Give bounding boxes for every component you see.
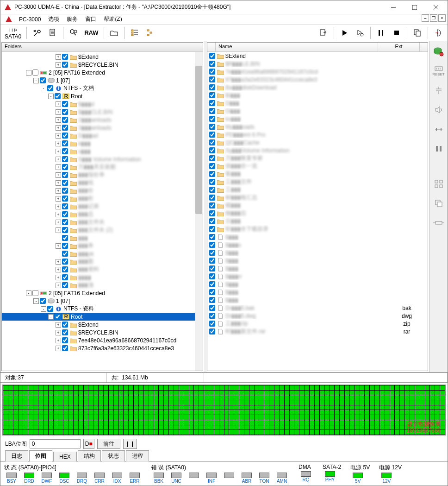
tree-checkbox[interactable] xyxy=(62,266,68,272)
tree-row[interactable]: +873c7f6a3a2e63323c460441cceca8e3 xyxy=(2,344,203,352)
list-checkbox[interactable] xyxy=(209,195,215,201)
tree-toggle[interactable]: + xyxy=(56,283,61,288)
play-button[interactable] xyxy=(337,26,352,40)
tree-row[interactable]: ▮▮▮pk xyxy=(2,250,203,258)
resistor-icon[interactable] xyxy=(432,216,445,229)
tab-状态[interactable]: 状态 xyxy=(102,450,125,461)
lba-input[interactable] xyxy=(30,439,81,448)
tree-checkbox[interactable] xyxy=(62,188,68,194)
tree-checkbox[interactable] xyxy=(40,77,46,83)
tree-checkbox[interactable] xyxy=(62,235,68,241)
list-item[interactable]: Ba▮▮▮diskDownload xyxy=(207,83,428,91)
list-checkbox[interactable] xyxy=(209,187,215,193)
tree-toggle[interactable]: + xyxy=(56,133,61,139)
list-item[interactable]: PD▮▮▮ent 6 Pro xyxy=(207,131,428,139)
list-item[interactable]: $R▮▮▮LE.BIN xyxy=(207,60,428,68)
list-checkbox[interactable] xyxy=(209,139,215,145)
list-checkbox[interactable] xyxy=(209,321,215,327)
mdi-restore-button[interactable]: ❐ xyxy=(430,14,437,22)
tree-toggle[interactable]: - xyxy=(33,78,39,83)
tree-row[interactable]: +▮▮▮单 xyxy=(2,242,203,250)
tree-checkbox[interactable] xyxy=(62,54,68,60)
list-item[interactable]: $▮▮▮s xyxy=(207,241,428,249)
tree-row[interactable]: -iNTFS - 文档 xyxy=(2,84,203,92)
tree-checkbox[interactable] xyxy=(62,337,68,343)
tree-row[interactable]: -1 [07] xyxy=(2,76,203,84)
tree-toggle[interactable]: + xyxy=(56,204,61,209)
list-item[interactable]: 百▮▮▮ xyxy=(207,217,428,225)
list-checkbox[interactable] xyxy=(209,84,215,90)
tree-checkbox[interactable] xyxy=(62,117,68,123)
tree-row[interactable]: +▮▮▮文件夹 xyxy=(2,218,203,226)
tree-toggle[interactable]: + xyxy=(56,172,61,178)
list-checkbox[interactable] xyxy=(209,202,215,208)
list-expand-button[interactable] xyxy=(143,26,158,40)
tab-日志[interactable]: 日志 xyxy=(5,450,28,461)
list-checkbox[interactable] xyxy=(209,124,215,130)
sidebar-pause-icon[interactable] xyxy=(432,142,445,155)
tree-toggle[interactable]: + xyxy=(56,196,61,202)
exit-button[interactable] xyxy=(431,26,446,40)
tree-toggle[interactable]: + xyxy=(56,149,61,154)
tab-HEX[interactable]: HEX xyxy=(53,452,77,461)
tree-checkbox[interactable] xyxy=(62,164,68,170)
list-item[interactable]: Di▮▮▮ xyxy=(207,107,428,115)
document-button[interactable] xyxy=(45,26,60,40)
list-checkbox[interactable] xyxy=(209,258,215,264)
list-item[interactable]: 材▮▮▮格汇总 xyxy=(207,194,428,202)
list-checkbox[interactable] xyxy=(209,242,215,248)
list-item[interactable]: $▮▮▮rr xyxy=(207,272,428,280)
list-checkbox[interactable] xyxy=(209,305,215,311)
tree-row[interactable]: -iNTFS - 资料 xyxy=(2,305,203,313)
tree-toggle[interactable]: + xyxy=(56,259,61,265)
list-checkbox[interactable] xyxy=(209,281,215,287)
tree-checkbox[interactable] xyxy=(47,306,53,312)
list-item[interactable]: Dr▮▮▮5.bakbak xyxy=(207,304,428,312)
tree-row[interactable]: +▮▮▮报价单 xyxy=(2,171,203,179)
tree-checkbox[interactable] xyxy=(62,274,68,280)
tree-row[interactable]: -RRoot xyxy=(2,313,203,321)
list-item[interactable]: 7e▮▮▮41ea96a68668702941167c0cd xyxy=(207,68,428,76)
list-item[interactable]: 工▮▮▮zipzip xyxy=(207,320,428,328)
list-checkbox[interactable] xyxy=(209,273,215,279)
tree-toggle[interactable]: + xyxy=(56,338,61,343)
tree-toggle[interactable]: + xyxy=(56,164,61,170)
tree-toggle[interactable]: + xyxy=(56,330,61,335)
list-checkbox[interactable] xyxy=(209,218,215,224)
list-item[interactable]: $▮▮▮ xyxy=(207,249,428,257)
list-item[interactable]: 模▮▮▮ xyxy=(207,202,428,209)
column-ext[interactable]: Ext xyxy=(378,43,420,51)
list-checkbox[interactable] xyxy=(209,100,215,106)
tree-checkbox[interactable] xyxy=(62,329,68,335)
tree-row[interactable]: ▮▮▮ xyxy=(2,234,203,242)
tab-进程[interactable]: 进程 xyxy=(126,450,149,461)
tree-checkbox[interactable] xyxy=(62,140,68,146)
list-item[interactable]: My▮▮▮oads xyxy=(207,123,428,131)
tree-row[interactable]: +▮▮▮纸 xyxy=(2,179,203,187)
list-checkbox[interactable] xyxy=(209,108,215,114)
tree-toggle[interactable]: + xyxy=(56,54,61,60)
column-name[interactable]: Name xyxy=(216,43,378,51)
tree-toggle[interactable]: + xyxy=(56,188,61,194)
tree-row[interactable]: +2▮▮▮wnloads xyxy=(2,116,203,124)
tree-checkbox[interactable] xyxy=(62,243,68,249)
tree-row[interactable]: +S▮▮▮ Volume Information xyxy=(2,155,203,163)
tree-checkbox[interactable] xyxy=(62,148,68,154)
tree-row[interactable]: -2 [05] FAT16 Extended xyxy=(2,289,203,297)
list-checkbox[interactable] xyxy=(209,250,215,256)
tree-row[interactable]: +$Extend xyxy=(2,321,203,328)
tree-row[interactable]: +$RECYCLE.BIN xyxy=(2,328,203,336)
tree-row[interactable]: -RRoot xyxy=(2,92,203,100)
list-item[interactable]: Bi▮▮▮ xyxy=(207,91,428,99)
menu-options[interactable]: 选项 xyxy=(44,14,63,24)
list-checkbox[interactable] xyxy=(209,76,215,82)
tree-toggle[interactable]: + xyxy=(56,125,61,131)
pause-button[interactable] xyxy=(373,26,388,40)
mdi-close-button[interactable]: × xyxy=(438,14,446,22)
reset-icon[interactable]: RESET xyxy=(432,64,445,77)
tree-checkbox[interactable] xyxy=(62,172,68,178)
menu-app[interactable]: PC-3000 xyxy=(15,15,44,24)
list-item[interactable]: $Extend xyxy=(207,52,428,60)
tree-toggle[interactable]: - xyxy=(41,86,46,91)
tree-toggle[interactable]: + xyxy=(56,141,61,146)
